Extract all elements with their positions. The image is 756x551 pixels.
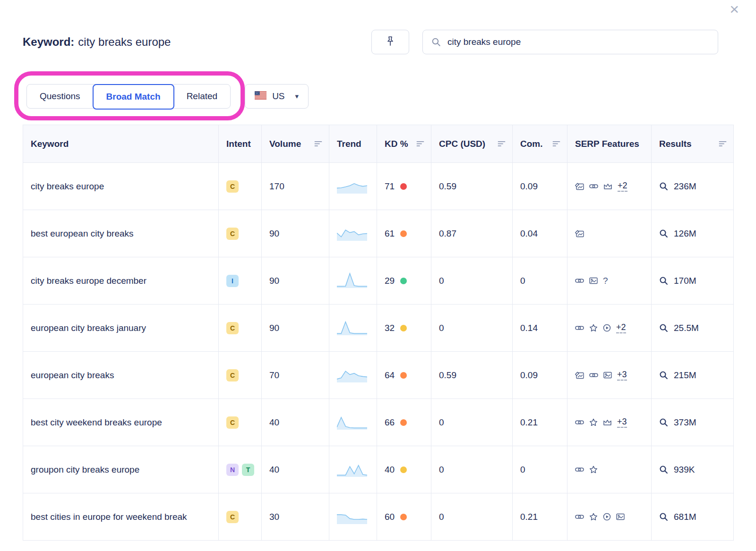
header: Keyword:city breaks europe (0, 30, 756, 54)
pin-button[interactable] (371, 30, 409, 54)
trend-cell (329, 305, 377, 352)
chevron-down-icon: ▾ (295, 92, 299, 101)
tab-related[interactable]: Related (174, 85, 231, 108)
trend-cell (329, 257, 377, 305)
column-header-serp-features: SERP Features (567, 125, 652, 163)
keyword-search-box (422, 30, 718, 54)
kd-dot (400, 325, 407, 331)
sort-icon[interactable] (314, 140, 322, 147)
serp-more-count[interactable]: +2 (618, 181, 627, 192)
kd-dot (400, 278, 407, 284)
country-label: US (272, 91, 284, 102)
search-input[interactable] (447, 37, 709, 47)
table-row: city breaks europeC170710.590.09+2236M (23, 163, 734, 210)
search-icon (659, 323, 668, 332)
country-selector[interactable]: US ▾ (245, 84, 309, 109)
results-cell[interactable]: 215M (652, 352, 734, 399)
kd-cell: 32 (377, 305, 431, 352)
intent-badge-commercial: C (226, 369, 239, 381)
results-value: 25.5M (674, 323, 699, 333)
search-icon (659, 465, 668, 474)
intent-badge-commercial: C (226, 416, 239, 429)
results-cell[interactable]: 373M (652, 399, 734, 446)
keyword-cell[interactable]: european city breaks (23, 352, 219, 399)
results-cell[interactable]: 170M (652, 257, 734, 305)
volume-cell: 30 (262, 493, 329, 541)
search-icon (659, 371, 668, 380)
trend-cell (329, 352, 377, 399)
cpc-cell: 0.87 (431, 210, 513, 257)
keyword-cell[interactable]: best cities in europe for weekend break (23, 493, 219, 541)
volume-cell: 40 (262, 399, 329, 446)
sort-icon[interactable] (498, 140, 506, 147)
tab-questions[interactable]: Questions (27, 85, 93, 108)
intent-cell: NT (219, 446, 262, 493)
results-value: 373M (674, 417, 696, 428)
results-cell[interactable]: 681M (652, 493, 734, 541)
tab-broad-match[interactable]: Broad Match (93, 84, 174, 110)
search-icon (659, 229, 668, 238)
intent-cell: C (219, 399, 262, 446)
keyword-cell[interactable]: groupon city breaks europe (23, 446, 219, 493)
kd-cell: 60 (377, 493, 431, 541)
keyword-cell[interactable]: city breaks europe december (23, 257, 219, 305)
link-icon (575, 324, 584, 331)
serp-features-cell: +2 (567, 163, 652, 210)
keyword-value: city breaks europe (78, 35, 171, 48)
keyword-cell[interactable]: best european city breaks (23, 210, 219, 257)
search-icon (659, 182, 668, 191)
cpc-cell: 0.59 (431, 163, 513, 210)
keyword-cell[interactable]: best city weekend breaks europe (23, 399, 219, 446)
cpc-cell: 0 (431, 446, 513, 493)
com-cell: 0.21 (513, 493, 567, 541)
column-header-cpc-usd[interactable]: CPC (USD) (431, 125, 513, 163)
kd-dot (400, 514, 407, 520)
volume-cell: 40 (262, 446, 329, 493)
intent-badge-navigational: N (226, 464, 239, 476)
kd-cell: 64 (377, 352, 431, 399)
trend-cell (329, 446, 377, 493)
column-header-results[interactable]: Results (652, 125, 734, 163)
keyword-cell[interactable]: city breaks europe (23, 163, 219, 210)
intent-badge-commercial: C (226, 180, 239, 193)
trend-cell (329, 163, 377, 210)
kd-cell: 40 (377, 446, 431, 493)
column-header-volume[interactable]: Volume (262, 125, 329, 163)
column-header-intent: Intent (219, 125, 262, 163)
close-icon[interactable]: × (730, 1, 739, 17)
serp-more-count[interactable]: +3 (617, 370, 627, 381)
keyword-table-wrap: KeywordIntentVolumeTrendKD %CPC (USD)Com… (23, 125, 733, 541)
search-icon (659, 418, 668, 427)
serp-more-count[interactable]: +2 (616, 322, 626, 333)
serp-more-count[interactable]: +3 (617, 417, 627, 428)
column-header-keyword: Keyword (23, 125, 219, 163)
results-cell[interactable]: 25.5M (652, 305, 734, 352)
intent-cell: I (219, 257, 262, 305)
link-icon (575, 277, 584, 284)
table-row: best european city breaksC90610.870.0412… (23, 210, 734, 257)
image-icon (589, 277, 598, 284)
kd-cell: 29 (377, 257, 431, 305)
sort-icon[interactable] (416, 140, 424, 147)
kd-dot (400, 466, 407, 473)
serp-features-cell (567, 493, 652, 541)
results-cell[interactable]: 939K (652, 446, 734, 493)
table-row: european city breaks januaryC903200.14+2… (23, 305, 734, 352)
cpc-cell: 0 (431, 493, 513, 541)
sort-icon[interactable] (552, 140, 560, 147)
table-row: european city breaksC70640.590.09+3215M (23, 352, 734, 399)
results-cell[interactable]: 126M (652, 210, 734, 257)
results-cell[interactable]: 236M (652, 163, 734, 210)
intent-cell: C (219, 163, 262, 210)
column-header-com[interactable]: Com. (513, 125, 567, 163)
pin-icon (386, 36, 395, 49)
keyword-cell[interactable]: european city breaks january (23, 305, 219, 352)
column-header-kd[interactable]: KD % (377, 125, 431, 163)
sort-icon[interactable] (719, 140, 727, 147)
kd-dot (400, 230, 407, 237)
keyword-label: Keyword: (23, 35, 74, 48)
results-value: 126M (674, 229, 696, 239)
com-cell: 0.09 (513, 352, 567, 399)
table-row: best city weekend breaks europeC406600.2… (23, 399, 734, 446)
star-icon (589, 324, 598, 332)
